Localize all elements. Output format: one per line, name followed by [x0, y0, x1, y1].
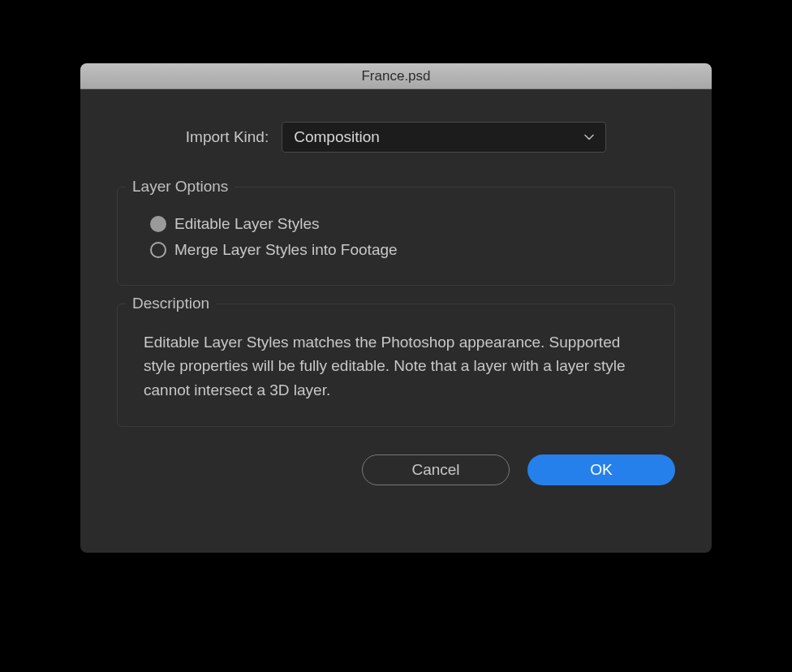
layer-options-radio-group: Editable Layer Styles Merge Layer Styles… [140, 210, 652, 259]
import-kind-value: Composition [294, 128, 380, 146]
description-text: Editable Layer Styles matches the Photos… [140, 327, 652, 408]
radio-editable-layer-styles[interactable]: Editable Layer Styles [150, 215, 652, 233]
layer-options-fieldset: Layer Options Editable Layer Styles Merg… [117, 187, 675, 286]
import-dialog: France.psd Import Kind: Composition Laye… [80, 63, 712, 553]
button-row: Cancel OK [117, 454, 675, 485]
layer-options-legend: Layer Options [126, 178, 235, 196]
title-bar: France.psd [80, 63, 712, 89]
radio-label: Editable Layer Styles [174, 215, 320, 233]
import-kind-row: Import Kind: Composition [117, 122, 675, 153]
dialog-title: France.psd [361, 68, 430, 84]
import-kind-label: Import Kind: [186, 128, 269, 146]
ok-button[interactable]: OK [527, 454, 675, 485]
radio-icon [150, 242, 166, 258]
radio-icon [150, 216, 166, 232]
import-kind-dropdown[interactable]: Composition [282, 122, 606, 153]
radio-merge-layer-styles[interactable]: Merge Layer Styles into Footage [150, 241, 652, 259]
cancel-button[interactable]: Cancel [362, 454, 510, 485]
description-legend: Description [126, 295, 216, 312]
radio-label: Merge Layer Styles into Footage [174, 241, 398, 259]
chevron-down-icon [584, 134, 594, 140]
dialog-body: Import Kind: Composition Layer Options E… [80, 89, 712, 510]
description-fieldset: Description Editable Layer Styles matche… [117, 304, 675, 427]
